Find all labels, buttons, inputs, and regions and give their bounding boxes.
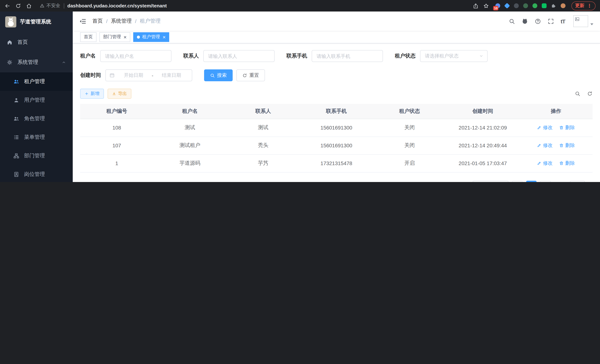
page-size-select[interactable]: 10条/页: [473, 180, 508, 182]
active-dot: [137, 36, 140, 38]
breadcrumb-home[interactable]: 首页: [92, 18, 103, 25]
sidebar-item-post[interactable]: 岗位管理: [0, 165, 73, 182]
extension-icon[interactable]: [514, 3, 519, 8]
cell-operations: 修改 删除: [519, 154, 593, 172]
cell-phone: 15601691300: [300, 137, 373, 154]
sidebar-item-user[interactable]: 用户管理: [0, 91, 73, 110]
edit-link[interactable]: 修改: [537, 124, 553, 131]
close-icon[interactable]: ×: [123, 34, 127, 39]
edit-link[interactable]: 修改: [537, 142, 553, 149]
sidebar-item-dept[interactable]: 部门管理: [0, 147, 73, 165]
header-search-icon[interactable]: [509, 18, 515, 24]
cell-tenant-name: 测试租户: [153, 137, 227, 154]
cell-created: 2021-12-14 20:49:44: [446, 137, 519, 154]
tags-view-tab[interactable]: 部门管理 ×: [99, 32, 130, 42]
create-time-label: 创建时间: [80, 72, 101, 79]
col-contact: 联系人: [226, 104, 300, 119]
tags-view-bar: 首页 部门管理 × 租户管理 ×: [73, 31, 600, 43]
extension-icon[interactable]: 10: [495, 3, 500, 8]
cell-contact: 秃头: [226, 137, 300, 154]
user-avatar[interactable]: [573, 15, 593, 27]
extension-icon[interactable]: [532, 3, 537, 8]
bookmark-star-icon[interactable]: [483, 3, 489, 9]
delete-link[interactable]: 删除: [559, 160, 575, 167]
close-icon[interactable]: ×: [162, 34, 166, 39]
col-created: 创建时间: [446, 104, 519, 119]
security-warning[interactable]: 不安全: [40, 3, 60, 9]
toggle-search-icon[interactable]: [575, 91, 580, 96]
font-size-icon[interactable]: tT: [561, 18, 565, 24]
url-text[interactable]: dashboard.yudao.iocoder.cn/system/tenant: [67, 3, 167, 9]
tenant-status-select[interactable]: 请选择租户状态: [420, 50, 488, 62]
app-title: 芋道管理系统: [20, 19, 51, 25]
reload-icon[interactable]: [15, 3, 21, 9]
extension-badge: 10: [493, 6, 498, 10]
github-icon[interactable]: [522, 18, 528, 24]
table-row: 108 测试 测试 15601691300 关闭 2021-12-14 21:0…: [80, 119, 593, 137]
sidebar-menu: 首页 系统管理 租户管理 用户管理 角色管理 菜单管理 部门管理 岗位管理 字典…: [0, 32, 73, 182]
cell-operations: 修改 删除: [519, 137, 593, 154]
sidebar-item-system[interactable]: 系统管理: [0, 52, 73, 72]
sidebar-item-tenant[interactable]: 租户管理: [0, 72, 73, 91]
calendar-icon: [110, 73, 115, 78]
extensions-cluster: 10: [495, 3, 565, 9]
edit-icon: [537, 161, 542, 166]
sidebar-item-home[interactable]: 首页: [0, 32, 73, 52]
app-logo-row[interactable]: 芋道管理系统: [0, 11, 73, 32]
date-separator: -: [152, 73, 153, 78]
export-button[interactable]: 导出: [108, 89, 131, 99]
home-nav-icon[interactable]: [26, 3, 32, 9]
sidebar-item-menu[interactable]: 菜单管理: [0, 128, 73, 147]
delete-link[interactable]: 删除: [559, 142, 575, 149]
cell-status: 开启: [373, 154, 446, 172]
users-icon: [13, 79, 19, 84]
reset-button[interactable]: 重置: [236, 69, 265, 81]
back-icon[interactable]: [4, 3, 10, 9]
gear-icon: [7, 59, 13, 65]
extensions-puzzle-icon[interactable]: [551, 3, 556, 9]
tags-view-tab[interactable]: 首页: [80, 32, 96, 42]
edit-icon: [537, 125, 542, 130]
update-button[interactable]: 更新 ⋮: [572, 1, 596, 10]
plus-icon: [84, 92, 89, 96]
cell-tenant-name: 芋道源码: [153, 154, 227, 172]
breadcrumb-system[interactable]: 系统管理: [111, 18, 132, 25]
tenant-name-input[interactable]: [100, 50, 171, 62]
cell-phone: 17321315478: [300, 154, 373, 172]
share-icon[interactable]: [473, 3, 479, 9]
address-bar[interactable]: 不安全 dashboard.yudao.iocoder.cn/system/te…: [40, 3, 468, 9]
tenant-name-label: 租户名: [80, 53, 96, 59]
status-label: 租户状态: [395, 53, 416, 59]
fullscreen-icon[interactable]: [548, 18, 554, 24]
goto-page-input[interactable]: [570, 180, 585, 182]
app-header: 首页 / 系统管理 / 租户管理 tT: [73, 11, 600, 31]
browser-menu-icon[interactable]: ⋮: [587, 3, 592, 9]
phone-input[interactable]: [312, 50, 383, 62]
profile-avatar[interactable]: [560, 3, 565, 8]
extension-icon[interactable]: [541, 3, 547, 8]
search-button[interactable]: 搜索: [204, 69, 233, 81]
refresh-table-icon[interactable]: [587, 91, 593, 96]
prev-page-button[interactable]: [512, 180, 523, 182]
cell-operations: 修改 删除: [519, 119, 593, 137]
breadcrumb-current: 租户管理: [140, 18, 161, 25]
header-actions: tT: [509, 15, 593, 27]
cell-tenant-name: 测试: [153, 119, 227, 137]
status-placeholder: 请选择租户状态: [425, 53, 479, 59]
cell-created: 2021-01-05 17:03:47: [446, 154, 519, 172]
next-page-button[interactable]: [540, 180, 551, 182]
page-number-button[interactable]: 1: [526, 180, 536, 182]
add-button[interactable]: 新增: [80, 89, 104, 99]
extension-icon[interactable]: [523, 3, 528, 8]
create-time-range-picker[interactable]: 开始日期 - 结束日期: [105, 69, 192, 81]
edit-link[interactable]: 修改: [537, 160, 553, 167]
contact-input[interactable]: [203, 50, 275, 62]
sidebar-toggle-icon[interactable]: [79, 18, 86, 25]
delete-link[interactable]: 删除: [559, 124, 575, 131]
help-icon[interactable]: [535, 18, 541, 24]
tags-view-tab[interactable]: 租户管理 ×: [133, 32, 169, 42]
col-operations: 操作: [519, 104, 593, 119]
sidebar-item-role[interactable]: 角色管理: [0, 110, 73, 128]
extension-icon[interactable]: [504, 3, 509, 8]
cell-status: 关闭: [373, 137, 446, 154]
